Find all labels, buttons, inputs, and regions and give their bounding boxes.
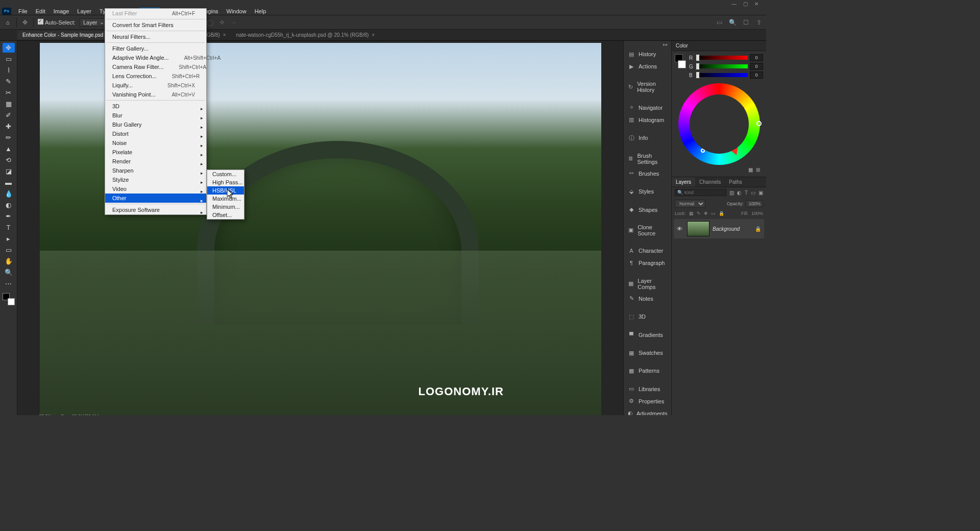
lock-all-icon[interactable]: 🔒 bbox=[719, 211, 724, 216]
color-swatches[interactable] bbox=[3, 293, 15, 305]
background-color[interactable] bbox=[8, 298, 15, 305]
filter-pixelate[interactable]: Pixelate bbox=[105, 148, 206, 157]
stamp-tool[interactable]: ▲ bbox=[3, 144, 15, 154]
panel-shortcut-paragraph[interactable]: ¶Paragraph bbox=[624, 257, 671, 269]
filter-noise[interactable]: Noise bbox=[105, 138, 206, 148]
filter-liquify[interactable]: Liquify...Shift+Ctrl+X bbox=[105, 81, 206, 90]
menu-layer[interactable]: Layer bbox=[73, 8, 95, 15]
edit-toolbar[interactable]: ⋯ bbox=[3, 279, 15, 288]
slide-icon[interactable]: ↔ bbox=[230, 18, 238, 27]
sv-marker[interactable] bbox=[701, 149, 705, 153]
menu-image[interactable]: Image bbox=[50, 8, 74, 15]
panel-shortcut-styles[interactable]: ⬙Styles bbox=[624, 185, 671, 198]
filter-blur-gallery[interactable]: Blur Gallery bbox=[105, 120, 206, 129]
filter-smart-icon[interactable]: ▣ bbox=[758, 190, 763, 196]
zoom-level[interactable]: 23.3% bbox=[39, 414, 52, 415]
home-icon[interactable]: ⌂ bbox=[3, 18, 12, 27]
panel-shortcut-libraries[interactable]: ▭Libraries bbox=[624, 383, 671, 395]
crop-tool[interactable]: ✂ bbox=[3, 88, 15, 98]
other-custom[interactable]: Custom... bbox=[207, 170, 244, 178]
menu-help[interactable]: Help bbox=[251, 8, 271, 15]
panel-shortcut-notes[interactable]: ✎Notes bbox=[624, 293, 671, 305]
panel-shortcut-brush-settings[interactable]: ≣Brush Settings bbox=[624, 150, 671, 167]
expand-dock-icon[interactable]: ▸▸ bbox=[624, 41, 671, 48]
menu-file[interactable]: File bbox=[14, 8, 32, 15]
zoom-tool[interactable]: 🔍 bbox=[3, 268, 15, 277]
filter-lens[interactable]: Lens Correction...Shift+Ctrl+R bbox=[105, 71, 206, 81]
status-chevron-icon[interactable]: ▸ bbox=[108, 414, 110, 415]
panel-shortcut-3d[interactable]: ⬚3D bbox=[624, 310, 671, 323]
layer-thumbnail[interactable] bbox=[687, 221, 709, 236]
lock-icon[interactable]: 🔒 bbox=[755, 226, 761, 232]
healing-tool[interactable]: ✚ bbox=[3, 122, 15, 131]
other-maximum[interactable]: Maximum... bbox=[207, 195, 244, 203]
other-high-pass[interactable]: High Pass... bbox=[207, 178, 244, 186]
panel-shortcut-navigator[interactable]: ✧Navigator bbox=[624, 102, 671, 114]
close-icon[interactable]: × bbox=[372, 32, 375, 38]
opacity-field[interactable]: 100% bbox=[746, 200, 763, 207]
panel-shortcut-history[interactable]: ▤History bbox=[624, 48, 671, 60]
filter-3d[interactable]: 3D bbox=[105, 102, 206, 111]
lock-position-icon[interactable]: ✥ bbox=[704, 211, 708, 216]
filter-adaptive[interactable]: Adaptive Wide Angle...Alt+Shift+Ctrl+A bbox=[105, 53, 206, 62]
panel-shortcut-info[interactable]: ⓘInfo bbox=[624, 132, 671, 144]
filter-adjust-icon[interactable]: ◐ bbox=[737, 190, 742, 196]
menu-window[interactable]: Window bbox=[223, 8, 251, 15]
shape-tool[interactable]: ▭ bbox=[3, 245, 15, 255]
search-icon[interactable]: 🔍 bbox=[728, 18, 737, 27]
color-wheel[interactable] bbox=[675, 80, 763, 166]
b-value[interactable]: 0 bbox=[750, 71, 763, 79]
frame-tool[interactable]: ▦ bbox=[3, 99, 15, 109]
tab-channels[interactable]: Channels bbox=[695, 177, 725, 187]
filter-pixel-icon[interactable]: ▧ bbox=[729, 190, 734, 196]
eyedropper-tool[interactable]: ✐ bbox=[3, 110, 15, 120]
share-icon[interactable]: ⇪ bbox=[755, 18, 763, 27]
other-offset[interactable]: Offset... bbox=[207, 211, 244, 219]
workspace-icon[interactable]: ☐ bbox=[742, 18, 750, 27]
fgbg-mini-swatches[interactable] bbox=[675, 54, 686, 68]
filter-distort[interactable]: Distort bbox=[105, 129, 206, 138]
auto-select-target-dropdown[interactable]: Layer bbox=[80, 18, 107, 27]
other-minimum[interactable]: Minimum... bbox=[207, 203, 244, 211]
menu-edit[interactable]: Edit bbox=[32, 8, 50, 15]
layer-name[interactable]: Background bbox=[713, 226, 740, 232]
document-tab[interactable]: nate-watson-cgD55h_rj_k-unsplash.psd @ 2… bbox=[231, 31, 380, 39]
move-tool[interactable]: ✥ bbox=[3, 43, 15, 53]
hand-tool[interactable]: ✋ bbox=[3, 256, 15, 266]
brush-tool[interactable]: ✏ bbox=[3, 133, 15, 142]
g-slider[interactable]: G0 bbox=[689, 63, 763, 70]
close-button[interactable]: ✕ bbox=[751, 1, 762, 7]
blend-mode-dropdown[interactable]: Normal bbox=[675, 200, 705, 208]
path-select-tool[interactable]: ▸ bbox=[3, 234, 15, 244]
g-value[interactable]: 0 bbox=[750, 63, 763, 70]
gradient-tool[interactable]: ▬ bbox=[3, 178, 15, 187]
panel-shortcut-shapes[interactable]: ◆Shapes bbox=[624, 204, 671, 216]
panel-shortcut-version-history[interactable]: ↻Version History bbox=[624, 78, 671, 95]
filter-smart[interactable]: Convert for Smart Filters bbox=[105, 20, 206, 30]
filter-vanish[interactable]: Vanishing Point...Alt+Ctrl+V bbox=[105, 90, 206, 99]
other-hsb-hsl[interactable]: HSB/HSL bbox=[207, 186, 244, 195]
filter-neural[interactable]: Neural Filters... bbox=[105, 32, 206, 41]
filter-other[interactable]: Other bbox=[105, 194, 206, 203]
add-swatch-icon[interactable]: ⊞ bbox=[756, 167, 760, 173]
quick-select-tool[interactable]: ✎ bbox=[3, 77, 15, 86]
layer-filter-kind[interactable]: 🔍Kind bbox=[675, 189, 726, 196]
panel-shortcut-adjustments[interactable]: ◐Adjustments bbox=[624, 407, 671, 415]
panel-shortcut-patterns[interactable]: ▩Patterns bbox=[624, 365, 671, 377]
type-tool[interactable]: T bbox=[3, 223, 15, 232]
hue-marker[interactable] bbox=[756, 121, 762, 126]
panel-shortcut-layer-comps[interactable]: ▦Layer Comps bbox=[624, 275, 671, 293]
filter-render[interactable]: Render bbox=[105, 157, 206, 166]
b-slider[interactable]: B0 bbox=[689, 71, 763, 79]
blur-tool[interactable]: 💧 bbox=[3, 189, 15, 199]
layer-row-background[interactable]: 👁 Background 🔒 bbox=[674, 219, 764, 238]
eraser-tool[interactable]: ◪ bbox=[3, 166, 15, 176]
lock-pixels-icon[interactable]: ✎ bbox=[697, 211, 701, 216]
filter-video[interactable]: Video bbox=[105, 184, 206, 194]
panel-shortcut-histogram[interactable]: ▥Histogram bbox=[624, 114, 671, 126]
lock-transparent-icon[interactable]: ▦ bbox=[689, 211, 694, 216]
filter-stylize[interactable]: Stylize bbox=[105, 175, 206, 184]
maximize-button[interactable]: ▢ bbox=[740, 1, 751, 7]
visibility-icon[interactable]: 👁 bbox=[677, 226, 684, 232]
tab-paths[interactable]: Paths bbox=[725, 177, 746, 187]
